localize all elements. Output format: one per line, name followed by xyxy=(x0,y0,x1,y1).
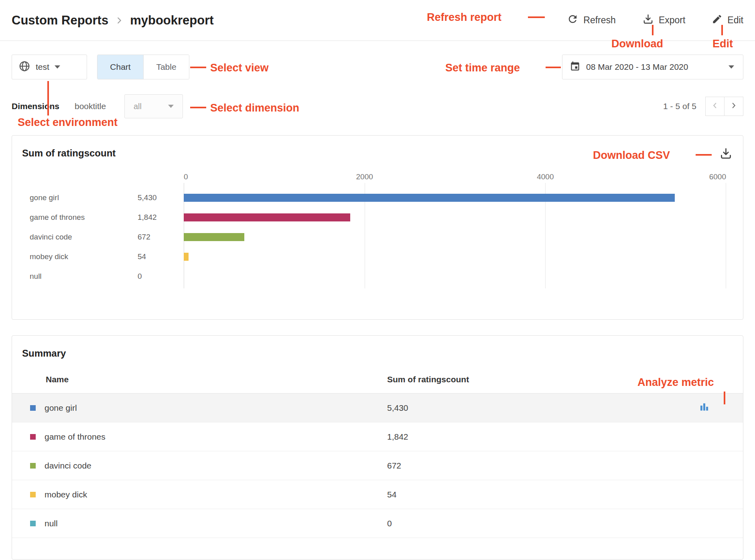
series-color-swatch xyxy=(30,405,36,411)
chart-value-label: 0 xyxy=(138,272,142,281)
date-range-picker[interactable]: 08 Mar 2020 - 13 Mar 2020 xyxy=(562,55,743,79)
dimensions-row: Dimensions booktitle all 1 - 5 of 5 xyxy=(12,94,743,118)
app-header: Custom Reports mybookreport Refresh Expo… xyxy=(0,0,755,41)
dimension-select[interactable]: all xyxy=(124,94,183,118)
caret-down-icon xyxy=(55,65,60,69)
table-row[interactable]: game of thrones 1,842 xyxy=(12,422,743,451)
chevron-left-icon xyxy=(710,101,719,112)
bar-chart-icon xyxy=(699,402,710,414)
chart-bar[interactable] xyxy=(184,253,189,261)
caret-down-icon xyxy=(729,65,734,69)
chart-row: null0 xyxy=(22,266,726,286)
chart-bar-track xyxy=(184,233,726,241)
chart-bar-track xyxy=(184,213,726,221)
chart-title: Sum of ratingscount xyxy=(12,136,743,159)
x-tick: 0 xyxy=(184,172,188,181)
chart-category-label: gone girl xyxy=(22,193,138,202)
table-row[interactable]: null 0 xyxy=(12,509,743,538)
view-tab-table[interactable]: Table xyxy=(143,55,189,79)
refresh-label: Refresh xyxy=(583,15,616,26)
summary-title: Summary xyxy=(12,336,743,359)
row-value: 0 xyxy=(387,519,699,528)
chart-bar[interactable] xyxy=(184,233,244,241)
breadcrumb: Custom Reports mybookreport xyxy=(12,13,214,28)
chart-category-label: mobey dick xyxy=(22,252,138,261)
chart-value-label: 5,430 xyxy=(138,193,157,202)
row-value: 672 xyxy=(387,461,699,471)
row-value: 1,842 xyxy=(387,432,699,442)
pagination-buttons xyxy=(705,97,743,116)
calendar-icon xyxy=(570,61,580,73)
row-name: mobey dick xyxy=(45,490,87,499)
chart-category-label: game of thrones xyxy=(22,213,138,222)
x-tick: 4000 xyxy=(537,172,554,181)
view-tab-chart[interactable]: Chart xyxy=(97,55,143,79)
column-header-name: Name xyxy=(12,375,387,384)
refresh-button[interactable]: Refresh xyxy=(567,13,616,27)
bar-chart: 0 2000 4000 6000 gone girl5,430 game of … xyxy=(12,172,743,288)
series-color-swatch xyxy=(30,463,36,469)
chart-value-label: 1,842 xyxy=(138,213,157,222)
export-label: Export xyxy=(659,15,685,26)
chevron-right-icon xyxy=(729,101,738,112)
chart-category-label: davinci code xyxy=(22,233,138,241)
dimension-value: all xyxy=(134,102,142,111)
summary-card: Summary Name Sum of ratingscount gone gi… xyxy=(12,335,743,560)
chart-row: game of thrones1,842 xyxy=(22,207,726,227)
chart-bar-track xyxy=(184,253,726,261)
analyze-metric-button[interactable] xyxy=(699,402,743,414)
view-toggle: Chart Table xyxy=(97,55,189,79)
toolbar: test Chart Table 08 Mar 2020 - 13 Mar 20… xyxy=(12,55,743,79)
download-csv-button[interactable] xyxy=(719,147,733,162)
pagination: 1 - 5 of 5 xyxy=(663,97,743,116)
chart-x-ticks: 0 2000 4000 6000 xyxy=(184,172,726,183)
chart-row: gone girl5,430 xyxy=(22,188,726,207)
chart-row: davinci code672 xyxy=(22,227,726,247)
dimensions-label: Dimensions xyxy=(12,101,75,111)
export-button[interactable]: Export xyxy=(642,13,685,27)
date-range-value: 08 Mar 2020 - 13 Mar 2020 xyxy=(586,62,688,72)
header-actions: Refresh Export Edit xyxy=(567,13,743,27)
row-name: game of thrones xyxy=(45,432,106,442)
table-row[interactable]: mobey dick 54 xyxy=(12,480,743,509)
pagination-next-button[interactable] xyxy=(724,97,743,116)
chart-bar-track xyxy=(184,194,726,202)
chart-category-label: null xyxy=(22,272,138,281)
series-color-swatch xyxy=(30,492,36,497)
environment-select[interactable]: test xyxy=(12,55,87,79)
summary-table-header: Name Sum of ratingscount xyxy=(12,365,743,394)
row-name: null xyxy=(45,519,58,528)
table-row[interactable]: davinci code 672 xyxy=(12,451,743,480)
pagination-prev-button[interactable] xyxy=(705,97,725,116)
chevron-right-icon xyxy=(115,16,124,25)
environment-value: test xyxy=(36,62,49,72)
column-header-value: Sum of ratingscount xyxy=(387,375,699,384)
download-icon xyxy=(642,13,654,27)
edit-button[interactable]: Edit xyxy=(712,14,743,27)
row-value: 5,430 xyxy=(387,403,699,413)
chart-row: mobey dick54 xyxy=(22,247,726,266)
download-icon xyxy=(719,154,733,161)
chart-bar[interactable] xyxy=(184,213,350,221)
table-row[interactable]: gone girl 5,430 xyxy=(12,394,743,422)
chart-value-label: 672 xyxy=(138,233,150,241)
chart-value-label: 54 xyxy=(138,252,146,261)
series-color-swatch xyxy=(30,521,36,526)
chart-x-axis: 0 2000 4000 6000 xyxy=(22,172,726,183)
chart-card: Sum of ratingscount 0 2000 4000 6000 xyxy=(12,135,743,320)
edit-label: Edit xyxy=(727,15,743,26)
custom-report-page: Custom Reports mybookreport Refresh Expo… xyxy=(0,0,755,560)
chart-bar[interactable] xyxy=(184,194,675,202)
pagination-range: 1 - 5 of 5 xyxy=(663,101,696,111)
x-tick: 2000 xyxy=(356,172,373,181)
chart-plot-area: gone girl5,430 game of thrones1,842 davi… xyxy=(22,183,726,288)
series-color-swatch xyxy=(30,434,36,440)
breadcrumb-root[interactable]: Custom Reports xyxy=(12,13,108,28)
pencil-icon xyxy=(712,14,723,27)
dimension-name: booktitle xyxy=(75,101,124,111)
caret-down-icon xyxy=(168,105,174,108)
row-name: gone girl xyxy=(45,403,77,413)
breadcrumb-current: mybookreport xyxy=(130,13,213,28)
row-name: davinci code xyxy=(45,461,91,471)
globe-icon xyxy=(18,60,30,74)
